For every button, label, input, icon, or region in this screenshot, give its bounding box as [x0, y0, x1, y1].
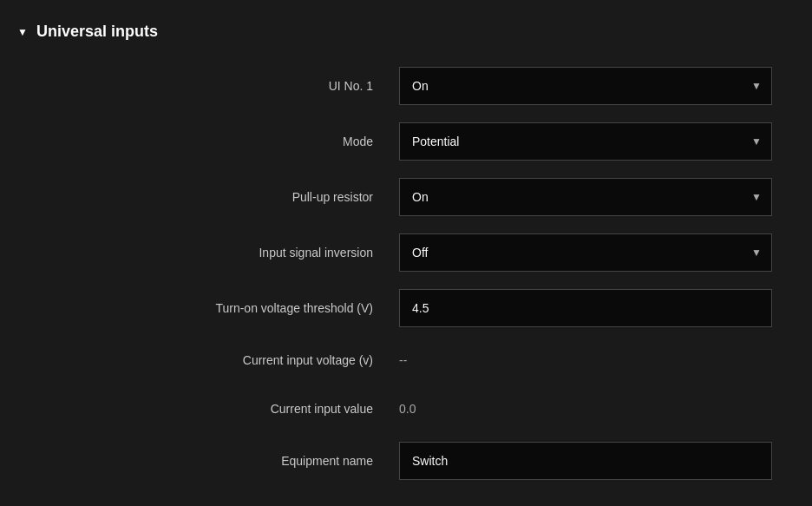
turn-on-voltage-threshold-value: [399, 289, 795, 327]
mode-select[interactable]: Potential Digital Analog: [399, 122, 772, 161]
current-input-voltage-display: --: [399, 345, 407, 376]
input-signal-inversion-select[interactable]: Off On: [399, 233, 772, 272]
equipment-name-row: Equipment name: [0, 433, 812, 489]
current-input-value-display: 0.0: [399, 393, 416, 424]
equipment-name-value: [399, 442, 795, 480]
turn-on-voltage-threshold-label: Turn-on voltage threshold (V): [17, 301, 399, 315]
current-input-voltage-label: Current input voltage (v): [17, 353, 399, 367]
section-title: Universal inputs: [36, 23, 158, 41]
current-input-value-row: Current input value 0.0: [0, 384, 812, 433]
turn-on-voltage-threshold-row: Turn-on voltage threshold (V): [0, 280, 812, 336]
current-input-value-value: 0.0: [399, 402, 795, 416]
ui-no-1-value: On Off ▼: [399, 67, 795, 105]
equipment-name-label: Equipment name: [17, 454, 399, 468]
pull-up-resistor-label: Pull-up resistor: [17, 190, 399, 204]
input-signal-inversion-dropdown-wrapper: Off On ▼: [399, 233, 772, 272]
ui-no-1-label: UI No. 1: [17, 79, 399, 93]
input-signal-inversion-row: Input signal inversion Off On ▼: [0, 225, 812, 280]
mode-value: Potential Digital Analog ▼: [399, 122, 795, 161]
input-signal-inversion-value: Off On ▼: [399, 233, 795, 272]
equipment-name-input[interactable]: [399, 442, 772, 480]
pull-up-resistor-dropdown-wrapper: On Off ▼: [399, 178, 772, 216]
chevron-down-icon[interactable]: ▼: [17, 26, 28, 38]
mode-row: Mode Potential Digital Analog ▼: [0, 114, 812, 169]
pull-up-resistor-row: Pull-up resistor On Off ▼: [0, 169, 812, 225]
turn-on-voltage-threshold-input[interactable]: [399, 289, 772, 327]
ui-no-1-select[interactable]: On Off: [399, 67, 772, 105]
universal-inputs-section: ▼ Universal inputs UI No. 1 On Off ▼ Mod…: [0, 0, 812, 503]
pull-up-resistor-value: On Off ▼: [399, 178, 795, 216]
mode-dropdown-wrapper: Potential Digital Analog ▼: [399, 122, 772, 161]
mode-label: Mode: [17, 135, 399, 148]
current-input-voltage-value: --: [399, 353, 795, 367]
pull-up-resistor-select[interactable]: On Off: [399, 178, 772, 216]
section-header: ▼ Universal inputs: [0, 14, 812, 58]
ui-no-1-dropdown-wrapper: On Off ▼: [399, 67, 772, 105]
form-rows: UI No. 1 On Off ▼ Mode Potential Digita: [0, 58, 812, 489]
current-input-value-label: Current input value: [17, 402, 399, 416]
current-input-voltage-row: Current input voltage (v) --: [0, 336, 812, 384]
input-signal-inversion-label: Input signal inversion: [17, 246, 399, 260]
ui-no-1-row: UI No. 1 On Off ▼: [0, 58, 812, 114]
